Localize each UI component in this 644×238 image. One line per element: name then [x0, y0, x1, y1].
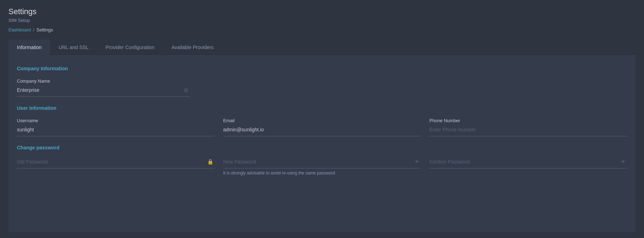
- username-label: Username: [17, 118, 215, 123]
- old-password-input-wrapper: 🔒: [17, 157, 215, 168]
- phone-field-group: Phone Number: [429, 118, 627, 136]
- confirm-password-toggle-icon[interactable]: 👁: [619, 158, 627, 165]
- tabs-bar: Information URL and SSL Provider Configu…: [8, 40, 636, 56]
- username-input-wrapper: [17, 125, 215, 136]
- tab-available-providers[interactable]: Available Providers: [163, 40, 222, 56]
- password-row: 🔒 👁 It is strongly advisable to avoid re…: [17, 157, 627, 175]
- password-hint: It is strongly advisable to avoid re-usi…: [223, 171, 421, 175]
- confirm-password-field-group: 👁: [429, 157, 627, 175]
- old-password-field-group: 🔒: [17, 157, 215, 175]
- password-section-title: Change password: [17, 145, 627, 150]
- email-input[interactable]: [223, 125, 421, 134]
- tab-information[interactable]: Information: [8, 40, 50, 56]
- new-password-input[interactable]: [223, 157, 413, 166]
- username-field-group: Username: [17, 118, 215, 136]
- breadcrumb-dashboard-link[interactable]: Dashboard: [8, 27, 31, 32]
- user-section-title: User Information: [17, 105, 627, 111]
- tab-provider-config[interactable]: Provider Configuration: [97, 40, 163, 56]
- breadcrumb: Dashboard / Settings: [8, 27, 636, 32]
- old-password-toggle-icon[interactable]: 🔒: [206, 158, 215, 165]
- phone-input[interactable]: [429, 125, 627, 134]
- phone-input-wrapper: [429, 125, 627, 136]
- tab-url-ssl[interactable]: URL and SSL: [50, 40, 97, 56]
- user-info-row: Username Email Phone Number: [17, 118, 627, 136]
- company-name-label: Company Name: [17, 78, 190, 84]
- new-password-field-group: 👁 It is strongly advisable to avoid re-u…: [223, 157, 421, 175]
- phone-label: Phone Number: [429, 118, 627, 123]
- breadcrumb-separator: /: [33, 27, 35, 32]
- email-input-wrapper: [223, 125, 421, 136]
- change-password-section: Change password 🔒 👁 It is strongly advis…: [17, 145, 627, 175]
- email-label: Email: [223, 118, 421, 123]
- page-wrapper: Settings SIM Setup Dashboard / Settings …: [0, 0, 644, 238]
- confirm-password-input-wrapper: 👁: [429, 157, 627, 168]
- email-field-group: Email: [223, 118, 421, 136]
- page-title: Settings: [8, 7, 636, 16]
- company-name-input[interactable]: [17, 86, 183, 94]
- edit-icon[interactable]: ⊞: [183, 87, 190, 94]
- company-name-field-group: Company Name ⊞: [17, 78, 190, 97]
- page-subtitle: SIM Setup: [8, 18, 636, 23]
- user-information-section: User Information Username Email Phone Nu…: [17, 105, 627, 136]
- old-password-input[interactable]: [17, 157, 206, 166]
- breadcrumb-current: Settings: [36, 27, 53, 32]
- confirm-password-input[interactable]: [429, 157, 619, 166]
- company-section-title: Company Information: [17, 66, 627, 71]
- new-password-toggle-icon[interactable]: 👁: [413, 158, 421, 165]
- new-password-input-wrapper: 👁: [223, 157, 421, 168]
- company-name-input-wrapper: ⊞: [17, 86, 190, 97]
- username-input[interactable]: [17, 125, 215, 134]
- content-area: Company Information Company Name ⊞ User …: [8, 56, 636, 232]
- company-information-section: Company Information Company Name ⊞: [17, 66, 627, 97]
